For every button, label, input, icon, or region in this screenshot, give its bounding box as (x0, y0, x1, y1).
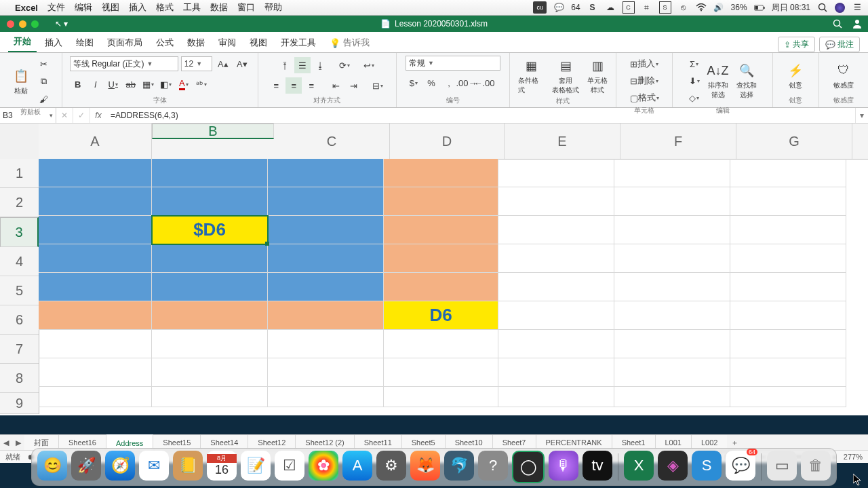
conditional-formatting-button[interactable]: ▦条件格式 (515, 56, 547, 96)
dock-finder[interactable]: 😊 (37, 451, 67, 481)
name-box[interactable]: B3▾ (0, 108, 56, 123)
battery-icon[interactable] (754, 2, 765, 13)
cell-b1[interactable] (152, 159, 268, 187)
bold-button[interactable]: B (70, 76, 86, 92)
autosum-button[interactable]: Σ▾ (686, 56, 703, 72)
app-name[interactable]: Excel (15, 3, 38, 13)
cell-b6[interactable] (152, 301, 268, 330)
dock-app2[interactable]: ◈ (658, 451, 688, 481)
tab-developer[interactable]: 开发工具 (275, 33, 321, 52)
cell-g3[interactable] (730, 216, 846, 244)
strike-button[interactable]: ab (123, 76, 139, 92)
dock-mysql[interactable]: 🐬 (444, 451, 474, 481)
decrease-decimal-button[interactable]: ←.00 (476, 75, 492, 91)
search-icon[interactable] (833, 19, 842, 29)
tab-review[interactable]: 审阅 (213, 33, 241, 52)
col-header-e[interactable]: E (505, 124, 620, 159)
share-button[interactable]: ⇪共享 (778, 37, 815, 52)
row-header-2[interactable]: 2 (0, 188, 39, 217)
dock-launchpad[interactable]: 🚀 (71, 451, 101, 481)
comment-button[interactable]: 💬批注 (819, 37, 860, 52)
row-header-6[interactable]: 6 (0, 305, 39, 335)
copy-button[interactable]: ⧉ (35, 73, 52, 90)
cell-d5[interactable] (384, 273, 498, 301)
grid-icon[interactable]: ⌗ (642, 2, 652, 13)
cell-g6[interactable] (730, 301, 846, 330)
cell-e8[interactable] (498, 358, 614, 387)
comma-button[interactable]: , (441, 75, 457, 91)
font-size-select[interactable]: 12▼ (181, 56, 212, 71)
increase-indent-button[interactable]: ⇥ (345, 77, 361, 94)
cell-d7[interactable] (384, 330, 498, 358)
dock-firefox[interactable]: 🦊 (410, 451, 440, 481)
cell-a4[interactable] (39, 244, 152, 273)
dock-wechat[interactable]: 💬64 (726, 451, 755, 481)
worksheet-grid[interactable]: A B C D E F G 1 2 3 4 5 6 7 8 9 (0, 124, 868, 415)
format-as-table-button[interactable]: ▤套用 表格格式 (549, 56, 582, 96)
increase-font-button[interactable]: A▴ (215, 56, 231, 72)
tab-layout[interactable]: 页面布局 (102, 33, 148, 52)
insert-cells-button[interactable]: ⊞ 插入▾ (627, 56, 662, 72)
wifi-icon[interactable] (696, 2, 707, 13)
cell-e1[interactable] (498, 159, 614, 187)
dock-appstore[interactable]: A (342, 451, 372, 481)
dock-help[interactable]: ? (478, 451, 508, 481)
sheet-nav-prev[interactable]: ◀ (0, 435, 12, 450)
user-icon[interactable] (852, 19, 863, 29)
cell-a3[interactable] (39, 216, 152, 244)
cell-f9[interactable] (614, 387, 730, 407)
cell-c2[interactable] (268, 187, 384, 216)
cancel-formula-button[interactable]: ✕ (56, 108, 73, 123)
delete-cells-button[interactable]: ⊟ 删除▾ (627, 73, 662, 89)
cell-styles-button[interactable]: ▥单元格 样式 (585, 56, 610, 96)
sheet-nav-next[interactable]: ▶ (12, 435, 24, 450)
tab-insert[interactable]: 插入 (39, 33, 68, 52)
cell-d1[interactable] (384, 159, 498, 187)
phonetic-button[interactable]: ᵃᵇ▾ (193, 76, 210, 92)
volume-icon[interactable]: 🔊 (713, 2, 724, 13)
format-painter-button[interactable]: 🖌 (35, 91, 52, 107)
number-format-select[interactable]: 常规▼ (406, 56, 500, 71)
cell-c7[interactable] (268, 330, 384, 358)
paste-button[interactable]: 📋 粘贴 (9, 66, 33, 97)
cell-a5[interactable] (39, 273, 152, 301)
orientation-button[interactable]: ⟳▾ (336, 57, 353, 73)
row-header-3[interactable]: 3 (0, 217, 39, 247)
ideas-button[interactable]: ⚡创意 (784, 60, 807, 92)
spotlight-icon[interactable] (817, 2, 828, 13)
cell-f1[interactable] (614, 159, 730, 187)
select-all-corner[interactable] (0, 124, 39, 159)
font-name-select[interactable]: 等线 Regular (正文)▼ (70, 56, 178, 71)
cell-g1[interactable] (730, 159, 846, 187)
cell-g8[interactable] (730, 358, 846, 387)
cell-e4[interactable] (498, 244, 614, 273)
cell-b3[interactable]: $D6 (152, 216, 268, 244)
cell-f6[interactable] (614, 301, 730, 330)
tell-me[interactable]: 💡告诉我 (324, 33, 375, 52)
close-window-button[interactable] (7, 20, 14, 28)
cell-a7[interactable] (39, 330, 152, 358)
cell-c5[interactable] (268, 273, 384, 301)
dock-reminders[interactable]: ☑︎ (275, 451, 304, 481)
menu-window[interactable]: 窗口 (237, 1, 255, 14)
align-left-button[interactable]: ≡ (268, 77, 284, 94)
menu-help[interactable]: 帮助 (264, 1, 282, 14)
minimize-window-button[interactable] (19, 20, 26, 28)
fill-color-button[interactable]: ◧▾ (158, 76, 174, 92)
cell-e2[interactable] (498, 187, 614, 216)
cell-c3[interactable] (268, 216, 384, 244)
cloud-icon[interactable]: ☁︎ (605, 2, 616, 13)
cell-e9[interactable] (498, 387, 614, 407)
cell-f3[interactable] (614, 216, 730, 244)
dock-recent[interactable]: ▭ (767, 451, 797, 481)
expand-formula-bar-button[interactable]: ▾ (855, 108, 868, 123)
cell-e6[interactable] (498, 301, 614, 330)
cell-a8[interactable] (39, 358, 152, 387)
cell-e3[interactable] (498, 216, 614, 244)
col-header-f[interactable]: F (620, 124, 736, 159)
dock-photos[interactable]: ✿ (309, 451, 338, 481)
format-cells-button[interactable]: ▢ 格式▾ (627, 90, 663, 106)
enter-formula-button[interactable]: ✓ (73, 108, 90, 123)
cut-button[interactable]: ✂︎ (35, 56, 52, 72)
font-color-button[interactable]: A▾ (176, 76, 192, 92)
